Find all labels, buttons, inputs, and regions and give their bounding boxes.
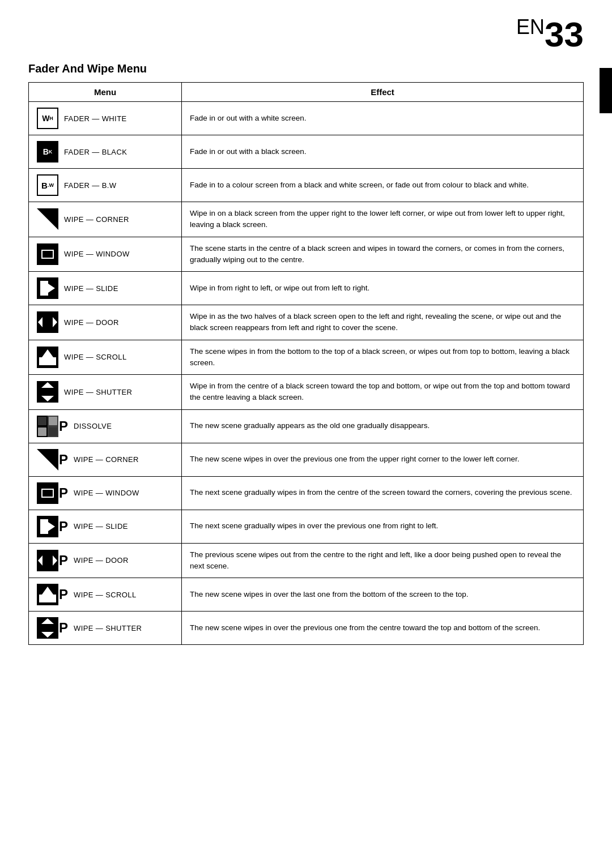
wipe-window-icon: [37, 243, 58, 265]
effect-cell-3: Wipe in on a black screen from the upper…: [182, 202, 584, 237]
wipe-window-p-icon: P: [37, 482, 68, 504]
menu-cell-8: WIPE — SHUTTER: [29, 375, 182, 410]
svg-rect-16: [38, 417, 46, 425]
menu-cell-4: WIPE — WINDOW: [29, 237, 182, 272]
menu-cell-6: WIPE — DOOR: [29, 305, 182, 340]
menu-cell-1: BK FADER — BLACK: [29, 135, 182, 169]
black-bar: [600, 68, 612, 113]
menu-cell-12: P WIPE — SLIDE: [29, 510, 182, 543]
effect-cell-0: Fade in or out with a white screen.: [182, 102, 584, 135]
p-label: P: [59, 554, 68, 567]
table-row: P WIPE — SLIDE The next scene gradually …: [29, 510, 584, 543]
effect-cell-1: Fade in or out with a black screen.: [182, 135, 584, 169]
effect-cell-11: The next scene gradually wipes in from t…: [182, 476, 584, 510]
table-row: WIPE — SCROLL The scene wipes in from th…: [29, 340, 584, 375]
menu-label-13: WIPE — DOOR: [74, 556, 129, 565]
menu-label-0: FADER — WHITE: [64, 114, 127, 123]
svg-rect-18: [38, 427, 46, 436]
table-row: B.W FADER — B.W Fade in to a colour scre…: [29, 169, 584, 202]
fader-black-icon: BK: [37, 141, 58, 163]
fader-white-icon: WH: [37, 108, 58, 129]
svg-rect-29: [39, 595, 56, 602]
p-label: P: [59, 420, 68, 433]
table-row: BK FADER — BLACK Fade in or out with a b…: [29, 135, 584, 169]
table-row: WIPE — CORNER Wipe in on a black screen …: [29, 202, 584, 237]
wipe-door-icon: [37, 311, 58, 333]
wipe-scroll-p-icon: P: [37, 584, 68, 605]
menu-label-8: WIPE — SHUTTER: [64, 388, 132, 396]
page-header: EN33: [28, 17, 584, 52]
col-header-effect: Effect: [182, 83, 584, 102]
effect-cell-4: The scene starts in the centre of a blac…: [182, 237, 584, 272]
wipe-slide-p-icon: P: [37, 516, 68, 537]
menu-label-4: WIPE — WINDOW: [64, 250, 130, 258]
menu-label-10: WIPE — CORNER: [74, 455, 139, 464]
dissolve-p-icon: P: [37, 416, 68, 437]
effect-cell-12: The next scene gradually wipes in over t…: [182, 510, 584, 543]
wipe-corner-icon: [37, 208, 58, 230]
section-title: Fader And Wipe Menu: [28, 62, 584, 75]
effect-cell-10: The new scene wipes in over the previous…: [182, 443, 584, 476]
table-row: WIPE — WINDOW The scene starts in the ce…: [29, 237, 584, 272]
effect-cell-8: Wipe in from the centre of a black scree…: [182, 375, 584, 410]
p-label: P: [59, 520, 68, 533]
table-row: P WIPE — SHUTTER The new scene wipes in …: [29, 612, 584, 645]
table-row: WIPE — DOOR Wipe in as the two halves of…: [29, 305, 584, 340]
menu-label-5: WIPE — SLIDE: [64, 284, 118, 293]
menu-cell-5: WIPE — SLIDE: [29, 272, 182, 305]
fader-bw-icon: B.W: [37, 174, 58, 196]
menu-cell-14: P WIPE — SCROLL: [29, 578, 182, 612]
page-number: 33: [545, 15, 584, 54]
menu-label-9: DISSOLVE: [74, 422, 112, 430]
menu-cell-9: P DISSOLVE: [29, 409, 182, 443]
effect-cell-6: Wipe in as the two halves of a black scr…: [182, 305, 584, 340]
menu-label-7: WIPE — SCROLL: [64, 353, 127, 361]
menu-cell-11: P WIPE — WINDOW: [29, 476, 182, 510]
effect-cell-7: The scene wipes in from the bottom to th…: [182, 340, 584, 375]
menu-label-14: WIPE — SCROLL: [74, 591, 137, 599]
table-row: WIPE — SLIDE Wipe in from right to left,…: [29, 272, 584, 305]
wipe-scroll-icon: [37, 347, 58, 368]
menu-cell-2: B.W FADER — B.W: [29, 169, 182, 202]
svg-rect-17: [49, 417, 57, 425]
menu-label-3: WIPE — CORNER: [64, 215, 129, 224]
menu-cell-0: WH FADER — WHITE: [29, 102, 182, 135]
menu-label-12: WIPE — SLIDE: [74, 522, 128, 531]
svg-rect-19: [49, 427, 57, 436]
table-row: P WIPE — SCROLL The new scene wipes in o…: [29, 578, 584, 612]
wipe-shutter-icon: [37, 381, 58, 403]
svg-rect-9: [39, 357, 56, 365]
table-row: P WIPE — CORNER The new scene wipes in o…: [29, 443, 584, 476]
wipe-slide-icon: [37, 277, 58, 299]
p-label: P: [59, 621, 68, 635]
en-prefix: EN: [516, 15, 545, 39]
menu-label-1: FADER — BLACK: [64, 148, 127, 156]
menu-cell-3: WIPE — CORNER: [29, 202, 182, 237]
p-label: P: [59, 453, 68, 467]
effect-cell-5: Wipe in from right to left, or wipe out …: [182, 272, 584, 305]
menu-label-15: WIPE — SHUTTER: [74, 624, 142, 632]
effect-cell-13: The previous scene wipes out from the ce…: [182, 543, 584, 578]
svg-rect-23: [40, 519, 48, 534]
menu-cell-7: WIPE — SCROLL: [29, 340, 182, 375]
col-header-menu: Menu: [29, 83, 182, 102]
effect-cell-15: The new scene wipes in over the previous…: [182, 612, 584, 645]
table-row: P DISSOLVE The new scene gradually appea…: [29, 409, 584, 443]
table-row: P WIPE — WINDOW The next scene gradually…: [29, 476, 584, 510]
menu-cell-15: P WIPE — SHUTTER: [29, 612, 182, 645]
table-row: P WIPE — DOOR The previous scene wipes o…: [29, 543, 584, 578]
p-label: P: [59, 486, 68, 500]
menu-label-2: FADER — B.W: [64, 181, 116, 190]
table-row: WIPE — SHUTTER Wipe in from the centre o…: [29, 375, 584, 410]
menu-cell-13: P WIPE — DOOR: [29, 543, 182, 578]
menu-label-6: WIPE — DOOR: [64, 318, 119, 327]
effect-cell-2: Fade in to a colour screen from a black …: [182, 169, 584, 202]
table-row: WH FADER — WHITE Fade in or out with a w…: [29, 102, 584, 135]
effect-cell-14: The new scene wipes in over the last one…: [182, 578, 584, 612]
svg-rect-3: [40, 281, 48, 296]
wipe-door-p-icon: P: [37, 550, 68, 571]
wipe-shutter-p-icon: P: [37, 617, 68, 639]
menu-label-11: WIPE — WINDOW: [74, 489, 139, 497]
menu-cell-10: P WIPE — CORNER: [29, 443, 182, 476]
effect-cell-9: The new scene gradually appears as the o…: [182, 409, 584, 443]
